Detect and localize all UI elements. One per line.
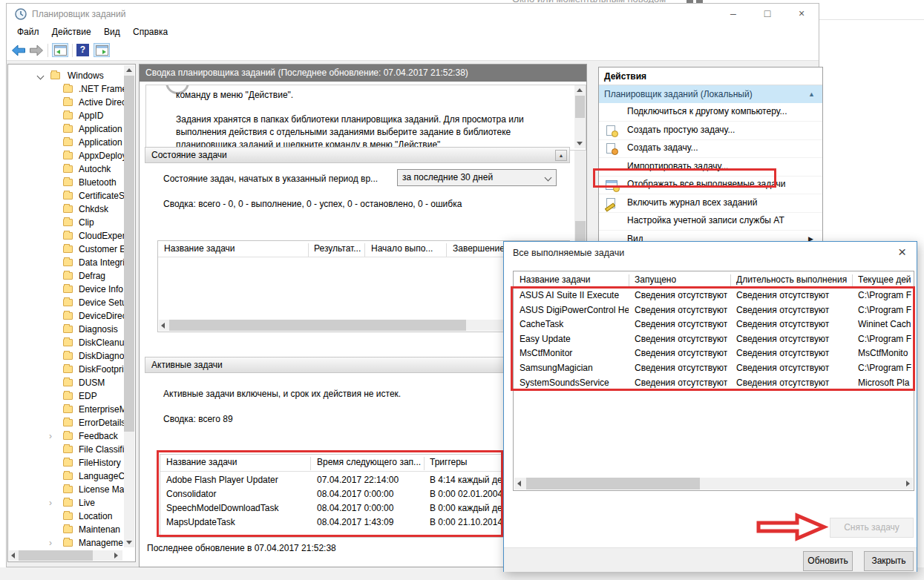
tree-item[interactable]: DiskDiagno — [8, 350, 135, 363]
action-connect-to-computer[interactable]: Подключиться к другому компьютеру... — [599, 103, 822, 122]
duration-cell: Сведения отсутствуют — [736, 363, 849, 373]
tree-item[interactable]: Active Direc — [8, 96, 135, 110]
tree-item[interactable]: Device Setu — [8, 297, 135, 310]
tree-item[interactable]: EnterpriseM — [8, 403, 135, 417]
tree-item[interactable]: Data Integri — [8, 257, 135, 270]
column-header[interactable]: Запущено — [635, 274, 676, 285]
tree-item[interactable]: License Ma — [8, 484, 135, 497]
dialog-horizontal-scrollbar[interactable] — [514, 478, 913, 490]
tree-item[interactable]: CloudExper — [8, 230, 135, 243]
tree-item[interactable]: Device Info — [8, 283, 135, 297]
tree-item[interactable]: CertificateS — [8, 190, 135, 203]
close-button[interactable]: × — [784, 4, 819, 24]
table-row[interactable]: SystemSoundsService Сведения отсутствуют… — [514, 376, 914, 391]
task-name-cell: SamsungMagician — [520, 363, 629, 373]
column-header[interactable]: Время следующего зап... — [317, 457, 421, 467]
tree-item[interactable]: LanguageC — [8, 470, 135, 484]
chevron-right-icon[interactable]: › — [49, 538, 52, 548]
menu-view[interactable]: Вид — [104, 24, 120, 40]
menu-action[interactable]: Действие — [52, 24, 91, 40]
minimize-button[interactable]: – — [716, 4, 750, 24]
column-header[interactable]: Длительность выполнения — [736, 274, 847, 285]
tree-item-label: File Classifi — [79, 444, 124, 455]
tree-item[interactable]: Application — [8, 136, 135, 150]
chevron-right-icon[interactable]: › — [49, 498, 52, 508]
tree-item[interactable]: Defrag — [8, 270, 135, 283]
column-header[interactable]: Название задачи — [164, 243, 235, 254]
end-task-button[interactable]: Снять задачу — [830, 518, 914, 538]
table-row[interactable]: ASUS AI Suite II Execute Сведения отсутс… — [514, 289, 914, 303]
chevron-right-icon[interactable]: › — [49, 431, 52, 441]
tree-item[interactable]: Location — [8, 510, 135, 524]
tree-item[interactable]: › Feedback — [8, 430, 135, 444]
column-header[interactable]: Текущее дей — [858, 274, 911, 285]
tree-item[interactable]: Diagnosis — [8, 323, 135, 337]
menu-help[interactable]: Справка — [133, 24, 168, 40]
column-header[interactable]: Триггеры — [430, 457, 468, 467]
tree-item[interactable]: File Classifi — [8, 444, 135, 457]
tree-item[interactable]: Bluetooth — [8, 177, 135, 190]
column-header[interactable]: Название задачи — [520, 274, 591, 285]
period-dropdown[interactable]: за последние 30 дней — [397, 169, 557, 186]
tree-item[interactable]: EDP — [8, 390, 135, 403]
tree-item[interactable]: Application — [8, 123, 135, 136]
tree-item[interactable]: ErrorDetails — [8, 417, 135, 430]
tree-item[interactable]: › Live — [8, 497, 135, 510]
dialog-close-icon[interactable]: × — [898, 244, 906, 260]
refresh-button[interactable]: Обновить — [803, 551, 853, 571]
menu-file[interactable]: Файл — [17, 24, 39, 40]
chevron-down-icon[interactable] — [37, 73, 45, 80]
tree-item[interactable]: DiskFootpri — [8, 363, 135, 377]
duration-cell: Сведения отсутствуют — [736, 290, 849, 300]
duration-cell: Сведения отсутствуют — [736, 378, 849, 388]
tree-item[interactable]: Customer E — [8, 243, 135, 257]
tree-horizontal-scrollbar[interactable] — [9, 550, 122, 561]
tree-item[interactable]: Autochk — [8, 163, 135, 177]
action-display-running-tasks[interactable]: Отображать все выполняемые задачи — [599, 176, 822, 194]
action-enable-task-history[interactable]: Включить журнал всех заданий — [599, 194, 822, 213]
status-section-header[interactable]: Состояние задачи ▲ — [145, 147, 570, 163]
console-tree-icon[interactable] — [52, 43, 68, 57]
column-header[interactable]: Результат... — [314, 243, 361, 254]
tree-item[interactable]: .NET Frame — [8, 83, 135, 96]
table-row[interactable]: ASUS DigiPowerControl Help Сведения отсу… — [514, 303, 914, 318]
column-header[interactable]: Начало выпо... — [371, 243, 433, 254]
tree-item[interactable]: FileHistory — [8, 457, 135, 470]
started-cell: Сведения отсутствуют — [635, 319, 727, 329]
maximize-button[interactable]: □ — [750, 4, 784, 24]
collapse-icon[interactable]: ▲ — [555, 150, 567, 161]
help-icon[interactable]: ? — [76, 44, 89, 56]
action-create-basic-task[interactable]: Создать простую задачу... — [599, 122, 822, 140]
action-at-service-account[interactable]: Настройка учетной записи службы АТ — [599, 212, 822, 231]
tree-item-label: Application — [79, 124, 122, 134]
task-name-cell: MapsUpdateTask — [166, 517, 311, 527]
tree-item[interactable]: Maintenan — [8, 524, 135, 537]
collapse-icon[interactable]: ▲ — [808, 85, 815, 103]
period-value: за последние 30 дней — [402, 172, 493, 182]
action-pane-icon[interactable] — [94, 43, 110, 57]
overview-scrollbar[interactable] — [574, 85, 586, 148]
tree-item[interactable]: DUSM — [8, 377, 135, 390]
forward-icon[interactable] — [29, 45, 44, 56]
table-row[interactable]: MsCtfMonitor Сведения отсутствуют Сведен… — [514, 346, 914, 361]
table-row[interactable]: SamsungMagician Сведения отсутствуют Све… — [514, 361, 914, 376]
tree-item-windows[interactable]: Windows — [8, 70, 135, 83]
column-header[interactable]: Название задачи — [166, 457, 237, 467]
task-scheduler-icon — [15, 8, 27, 20]
tree-item[interactable]: Chkdsk — [8, 203, 135, 217]
tree-item[interactable]: › Manageme — [8, 537, 135, 550]
tree-item[interactable]: DeviceDirec — [8, 310, 135, 323]
tree-item[interactable]: DiskCleanu — [8, 337, 135, 350]
tree-item[interactable]: Clip — [8, 217, 135, 230]
action-create-task[interactable]: Создать задачу... — [599, 139, 822, 158]
actions-group-task-scheduler-local[interactable]: Планировщик заданий (Локальный) ▲ — [599, 85, 822, 103]
action-import-task[interactable]: Импортировать задачу... — [599, 158, 822, 177]
back-icon[interactable] — [11, 45, 26, 56]
table-row[interactable]: CacheTask Сведения отсутствуют Сведения … — [514, 317, 914, 332]
table-row[interactable]: Easy Update Сведения отсутствуют Сведени… — [514, 332, 914, 347]
running-tasks-table: Название задачи Запущено Длительность вы… — [513, 271, 914, 491]
tree-vertical-scrollbar[interactable] — [124, 65, 134, 547]
tree-item[interactable]: AppID — [8, 110, 135, 123]
close-dialog-button[interactable]: Закрыть — [864, 551, 914, 571]
tree-item[interactable]: AppxDeploy — [8, 150, 135, 163]
